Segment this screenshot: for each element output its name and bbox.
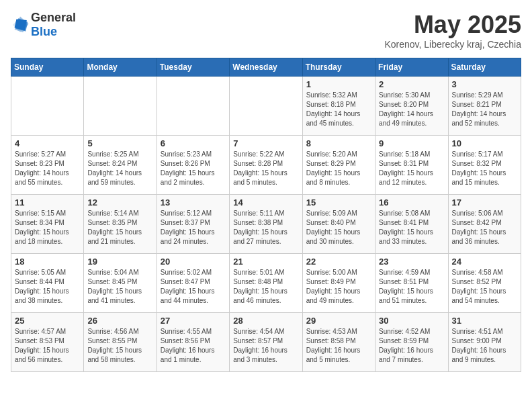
- calendar-cell: 16Sunrise: 5:08 AM Sunset: 8:41 PM Dayli…: [375, 195, 448, 254]
- day-number: 2: [379, 79, 444, 89]
- day-number: 30: [379, 316, 444, 326]
- calendar-cell: 28Sunrise: 4:54 AM Sunset: 8:57 PM Dayli…: [230, 313, 302, 372]
- weekday-header-tuesday: Tuesday: [157, 58, 229, 77]
- day-info: Sunrise: 5:06 AM Sunset: 8:42 PM Dayligh…: [452, 209, 517, 246]
- day-info: Sunrise: 5:30 AM Sunset: 8:20 PM Dayligh…: [379, 91, 444, 128]
- day-info: Sunrise: 5:32 AM Sunset: 8:18 PM Dayligh…: [306, 91, 371, 128]
- day-info: Sunrise: 4:57 AM Sunset: 8:53 PM Dayligh…: [15, 327, 80, 365]
- calendar-table: SundayMondayTuesdayWednesdayThursdayFrid…: [11, 58, 521, 372]
- weekday-header-sunday: Sunday: [11, 58, 84, 77]
- calendar-cell: 20Sunrise: 5:02 AM Sunset: 8:47 PM Dayli…: [157, 254, 229, 313]
- day-info: Sunrise: 4:54 AM Sunset: 8:57 PM Dayligh…: [233, 327, 298, 365]
- calendar-week-row: 25Sunrise: 4:57 AM Sunset: 8:53 PM Dayli…: [11, 313, 521, 372]
- day-number: 14: [233, 197, 298, 208]
- calendar-cell: 2Sunrise: 5:30 AM Sunset: 8:20 PM Daylig…: [375, 77, 448, 136]
- day-info: Sunrise: 5:09 AM Sunset: 8:40 PM Dayligh…: [306, 209, 371, 246]
- day-number: 19: [87, 257, 152, 267]
- day-number: 10: [452, 138, 517, 148]
- day-info: Sunrise: 5:15 AM Sunset: 8:34 PM Dayligh…: [15, 209, 80, 246]
- calendar-week-row: 18Sunrise: 5:05 AM Sunset: 8:44 PM Dayli…: [11, 254, 521, 313]
- day-number: 25: [15, 316, 80, 326]
- day-number: 27: [161, 316, 226, 326]
- weekday-header-monday: Monday: [84, 58, 157, 77]
- calendar-cell: 9Sunrise: 5:18 AM Sunset: 8:31 PM Daylig…: [375, 136, 448, 195]
- day-number: 26: [87, 316, 152, 326]
- calendar-cell: 11Sunrise: 5:15 AM Sunset: 8:34 PM Dayli…: [11, 195, 84, 254]
- day-number: 22: [306, 257, 371, 267]
- calendar-cell: 29Sunrise: 4:53 AM Sunset: 8:58 PM Dayli…: [302, 313, 375, 372]
- calendar-cell: 31Sunrise: 4:51 AM Sunset: 9:00 PM Dayli…: [448, 313, 521, 372]
- day-info: Sunrise: 4:59 AM Sunset: 8:51 PM Dayligh…: [379, 268, 444, 306]
- calendar-cell: 21Sunrise: 5:01 AM Sunset: 8:48 PM Dayli…: [230, 254, 302, 313]
- calendar-cell: [230, 77, 302, 136]
- calendar-cell: 25Sunrise: 4:57 AM Sunset: 8:53 PM Dayli…: [11, 313, 84, 372]
- day-number: 21: [233, 257, 298, 267]
- page-header: General Blue May 2025 Korenov, Liberecky…: [11, 11, 521, 50]
- day-number: 28: [233, 316, 298, 326]
- calendar-cell: 1Sunrise: 5:32 AM Sunset: 8:18 PM Daylig…: [302, 77, 375, 136]
- calendar-cell: 5Sunrise: 5:25 AM Sunset: 8:24 PM Daylig…: [84, 136, 157, 195]
- day-info: Sunrise: 5:18 AM Sunset: 8:31 PM Dayligh…: [379, 150, 444, 187]
- logo-icon: [11, 15, 30, 34]
- day-info: Sunrise: 4:53 AM Sunset: 8:58 PM Dayligh…: [306, 327, 371, 365]
- day-info: Sunrise: 5:14 AM Sunset: 8:35 PM Dayligh…: [87, 209, 152, 246]
- calendar-cell: 10Sunrise: 5:17 AM Sunset: 8:32 PM Dayli…: [448, 136, 521, 195]
- day-info: Sunrise: 5:02 AM Sunset: 8:47 PM Dayligh…: [161, 268, 226, 306]
- calendar-cell: 14Sunrise: 5:11 AM Sunset: 8:38 PM Dayli…: [230, 195, 302, 254]
- calendar-cell: 15Sunrise: 5:09 AM Sunset: 8:40 PM Dayli…: [302, 195, 375, 254]
- day-number: 23: [379, 257, 444, 267]
- calendar-cell: 24Sunrise: 4:58 AM Sunset: 8:52 PM Dayli…: [448, 254, 521, 313]
- day-number: 17: [452, 197, 517, 208]
- calendar-cell: 22Sunrise: 5:00 AM Sunset: 8:49 PM Dayli…: [302, 254, 375, 313]
- calendar-cell: 19Sunrise: 5:04 AM Sunset: 8:45 PM Dayli…: [84, 254, 157, 313]
- day-info: Sunrise: 5:20 AM Sunset: 8:29 PM Dayligh…: [306, 150, 371, 187]
- day-info: Sunrise: 4:51 AM Sunset: 9:00 PM Dayligh…: [452, 327, 517, 365]
- day-number: 3: [452, 79, 517, 89]
- calendar-cell: 6Sunrise: 5:23 AM Sunset: 8:26 PM Daylig…: [157, 136, 229, 195]
- calendar-cell: 13Sunrise: 5:12 AM Sunset: 8:37 PM Dayli…: [157, 195, 229, 254]
- day-number: 31: [452, 316, 517, 326]
- day-info: Sunrise: 4:55 AM Sunset: 8:56 PM Dayligh…: [161, 327, 226, 365]
- day-number: 5: [87, 138, 152, 148]
- calendar-week-row: 1Sunrise: 5:32 AM Sunset: 8:18 PM Daylig…: [11, 77, 521, 136]
- weekday-header-thursday: Thursday: [302, 58, 375, 77]
- day-number: 24: [452, 257, 517, 267]
- logo: General Blue: [11, 11, 76, 39]
- calendar-cell: 26Sunrise: 4:56 AM Sunset: 8:55 PM Dayli…: [84, 313, 157, 372]
- day-info: Sunrise: 5:22 AM Sunset: 8:28 PM Dayligh…: [233, 150, 298, 187]
- day-number: 18: [15, 257, 80, 267]
- calendar-week-row: 4Sunrise: 5:27 AM Sunset: 8:23 PM Daylig…: [11, 136, 521, 195]
- calendar-cell: 3Sunrise: 5:29 AM Sunset: 8:21 PM Daylig…: [448, 77, 521, 136]
- calendar-cell: 23Sunrise: 4:59 AM Sunset: 8:51 PM Dayli…: [375, 254, 448, 313]
- day-number: 15: [306, 197, 371, 208]
- calendar-cell: 8Sunrise: 5:20 AM Sunset: 8:29 PM Daylig…: [302, 136, 375, 195]
- calendar-cell: 17Sunrise: 5:06 AM Sunset: 8:42 PM Dayli…: [448, 195, 521, 254]
- day-info: Sunrise: 5:11 AM Sunset: 8:38 PM Dayligh…: [233, 209, 298, 246]
- calendar-cell: 27Sunrise: 4:55 AM Sunset: 8:56 PM Dayli…: [157, 313, 229, 372]
- weekday-header-saturday: Saturday: [448, 58, 521, 77]
- day-info: Sunrise: 5:12 AM Sunset: 8:37 PM Dayligh…: [161, 209, 226, 246]
- day-info: Sunrise: 5:05 AM Sunset: 8:44 PM Dayligh…: [15, 268, 80, 306]
- day-info: Sunrise: 5:08 AM Sunset: 8:41 PM Dayligh…: [379, 209, 444, 246]
- day-info: Sunrise: 5:01 AM Sunset: 8:48 PM Dayligh…: [233, 268, 298, 306]
- day-number: 29: [306, 316, 371, 326]
- day-info: Sunrise: 5:25 AM Sunset: 8:24 PM Dayligh…: [87, 150, 152, 187]
- day-number: 16: [379, 197, 444, 208]
- title-block: May 2025 Korenov, Liberecky kraj, Czechi…: [384, 11, 521, 50]
- day-number: 20: [161, 257, 226, 267]
- day-info: Sunrise: 4:56 AM Sunset: 8:55 PM Dayligh…: [87, 327, 152, 365]
- calendar-cell: [84, 77, 157, 136]
- day-number: 4: [15, 138, 80, 148]
- day-info: Sunrise: 4:52 AM Sunset: 8:59 PM Dayligh…: [379, 327, 444, 365]
- day-info: Sunrise: 5:17 AM Sunset: 8:32 PM Dayligh…: [452, 150, 517, 187]
- calendar-cell: 4Sunrise: 5:27 AM Sunset: 8:23 PM Daylig…: [11, 136, 84, 195]
- calendar-cell: 18Sunrise: 5:05 AM Sunset: 8:44 PM Dayli…: [11, 254, 84, 313]
- day-number: 12: [87, 197, 152, 208]
- day-number: 8: [306, 138, 371, 148]
- weekday-header-wednesday: Wednesday: [230, 58, 302, 77]
- calendar-cell: [157, 77, 229, 136]
- day-info: Sunrise: 5:00 AM Sunset: 8:49 PM Dayligh…: [306, 268, 371, 306]
- day-info: Sunrise: 5:04 AM Sunset: 8:45 PM Dayligh…: [87, 268, 152, 306]
- calendar-cell: 7Sunrise: 5:22 AM Sunset: 8:28 PM Daylig…: [230, 136, 302, 195]
- calendar-subtitle: Korenov, Liberecky kraj, Czechia: [384, 39, 521, 50]
